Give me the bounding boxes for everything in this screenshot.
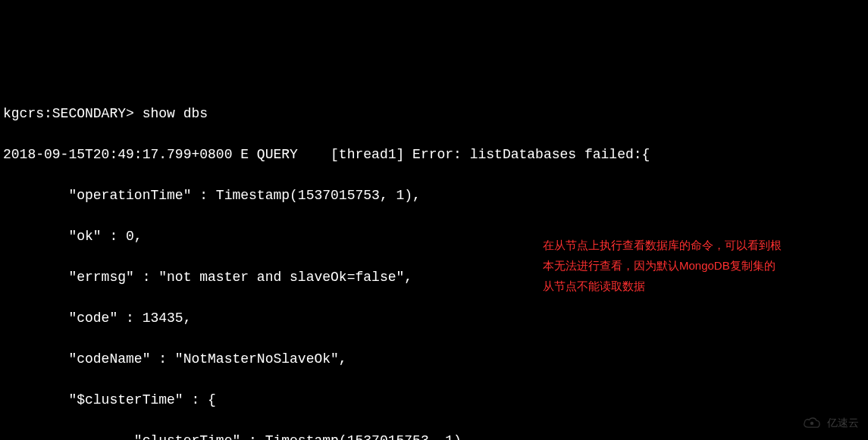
svg-point-0 [810, 422, 813, 425]
annotation-line: 在从节点上执行查看数据库的命令，可以看到根 [543, 235, 854, 255]
terminal-line: 2018-09-15T20:49:17.799+0800 E QUERY [th… [3, 145, 865, 165]
watermark: 亿速云 [801, 414, 859, 431]
annotation-line: 本无法进行查看，因为默认MongoDB复制集的 [543, 255, 854, 276]
annotation-line: 从节点不能读取数据 [543, 276, 854, 296]
annotation-overlay: 在从节点上执行查看数据库的命令，可以看到根 本无法进行查看，因为默认MongoD… [543, 235, 854, 296]
terminal-line: kgcrs:SECONDARY> show dbs [3, 104, 865, 124]
terminal-line: "$clusterTime" : { [3, 390, 865, 410]
watermark-text: 亿速云 [827, 415, 859, 431]
terminal-line: "code" : 13435, [3, 308, 865, 329]
cloud-icon [801, 414, 823, 431]
terminal-line: "clusterTime" : Timestamp(1537015753, 1)… [3, 431, 865, 440]
terminal-line: "codeName" : "NotMasterNoSlaveOk", [3, 349, 865, 370]
terminal-line: "operationTime" : Timestamp(1537015753, … [3, 186, 865, 206]
